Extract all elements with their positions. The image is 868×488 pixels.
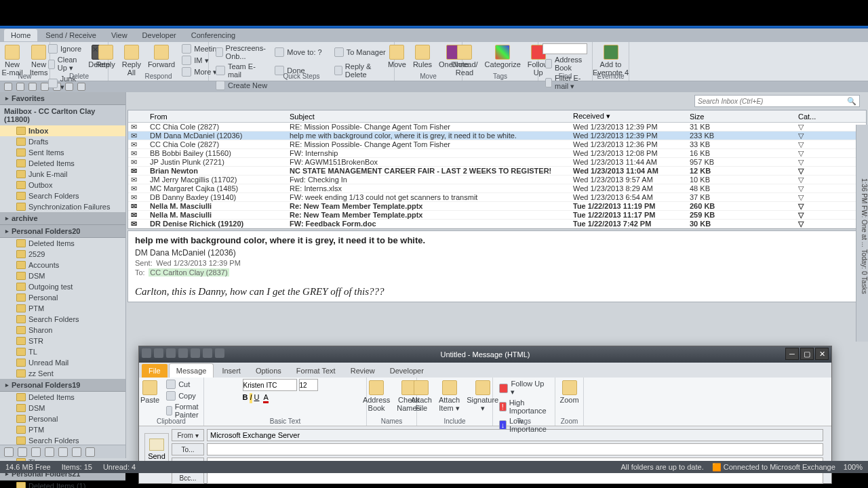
tab-sendreceive[interactable]: Send / Receive (39, 29, 103, 41)
mail-icon[interactable] (4, 447, 14, 457)
underline-icon[interactable]: U (254, 393, 260, 403)
attachfile-button[interactable]: Attach File (408, 379, 435, 414)
nav-item[interactable]: Accounts (0, 260, 125, 270)
tasks-icon[interactable] (45, 447, 54, 457)
from-button[interactable]: From ▾ (172, 429, 204, 441)
compose-qat-icon[interactable] (203, 348, 212, 358)
calendar-icon[interactable] (18, 447, 27, 457)
qs-createnew[interactable]: Create New (213, 80, 271, 91)
ctab-formattext[interactable]: Format Text (290, 364, 342, 378)
mail-row[interactable]: ✉Brian NewtonNC STATE MANAGEMENT CAREER … (128, 167, 866, 176)
to-button[interactable]: To... (172, 443, 204, 455)
ignore-button[interactable]: Ignore (45, 43, 84, 54)
todo-bar[interactable]: 1:36 PM FW: One at ... Today: 0 Tasks (856, 125, 868, 342)
col-size[interactable]: Size (687, 113, 795, 121)
nav-item[interactable]: Personal (0, 413, 125, 424)
contacts-icon[interactable] (31, 447, 41, 457)
notes-icon[interactable] (58, 447, 68, 457)
mail-row[interactable]: ✉JP Justin Plunk (2721)FW: AGWM151Broken… (128, 158, 866, 167)
nav-item[interactable]: Deleted Items (0, 392, 125, 403)
nav-pf19[interactable]: Personal Folders19 (0, 379, 125, 392)
col-categories[interactable]: Cat... (795, 113, 821, 121)
compose-qat-redo-icon[interactable] (178, 348, 188, 358)
tab-conferencing[interactable]: Conferencing (184, 29, 242, 41)
nav-item[interactable]: zz Sent (0, 368, 125, 379)
cut-button[interactable]: Cut (163, 379, 205, 390)
folders-icon[interactable] (72, 447, 81, 457)
status-zoom[interactable]: 100% (844, 463, 863, 471)
col-from[interactable]: From (147, 113, 287, 121)
italic-icon[interactable]: I (250, 393, 252, 403)
nav-item[interactable]: Deleted Items (1) (0, 481, 125, 488)
nav-item[interactable]: Search Folders (0, 314, 125, 325)
compose-qat-icon[interactable] (142, 348, 151, 358)
compose-qat-icon[interactable] (215, 348, 224, 358)
nav-item[interactable]: STR (0, 336, 125, 346)
attachitem-button[interactable]: Attach Item ▾ (436, 379, 462, 414)
move-button[interactable]: Move (385, 43, 409, 70)
cleanup-button[interactable]: Clean Up ▾ (45, 55, 84, 73)
mail-row[interactable]: ✉CC Chia Cole (2827)RE: Mission Possible… (128, 123, 866, 131)
qs-prescreens[interactable]: Prescreens-Onb... (213, 43, 271, 61)
nav-favorites[interactable]: Favorites (0, 92, 125, 105)
nav-item[interactable]: 2529 (0, 249, 125, 260)
minimize-button[interactable]: ─ (785, 348, 799, 360)
fontcolor-icon[interactable]: A (263, 393, 268, 403)
nav-item[interactable]: Deleted Items (0, 158, 125, 169)
mail-row[interactable]: ✉BB Bobbi Bailey (11560)FW: InternshipWe… (128, 149, 866, 158)
fontsize-select[interactable] (299, 379, 318, 391)
nav-item[interactable]: Drafts (0, 136, 125, 147)
nav-item[interactable]: Sent Items (0, 147, 125, 158)
compose-qat-undo-icon[interactable] (166, 348, 176, 358)
nav-item[interactable]: DSM (0, 403, 125, 413)
ctab-developer[interactable]: Developer (383, 364, 431, 378)
paste-button[interactable]: Paste (138, 379, 162, 420)
nav-item[interactable]: Inbox (0, 125, 125, 136)
nav-item[interactable]: Junk E-mail (0, 169, 125, 180)
ctab-options[interactable]: Options (249, 364, 288, 378)
tab-developer[interactable]: Developer (136, 29, 183, 41)
search-box[interactable]: 🔍 (694, 95, 860, 107)
nav-item[interactable]: DSM (0, 270, 125, 281)
mail-row[interactable]: ✉DR Denise Richick (19120)FW: Feedback F… (128, 220, 866, 228)
maximize-button[interactable]: ▢ (800, 348, 814, 360)
search-input[interactable] (698, 98, 847, 105)
qat-icon[interactable] (16, 83, 24, 91)
followup-button2[interactable]: Follow Up ▾ (496, 379, 551, 397)
nav-item[interactable]: Personal (0, 292, 125, 303)
nav-item[interactable]: Unread Mail (0, 357, 125, 368)
ctab-review[interactable]: Review (344, 364, 382, 378)
addressbook-button[interactable]: Address Book (542, 55, 588, 73)
search-icon[interactable]: 🔍 (847, 97, 856, 106)
ctab-insert[interactable]: Insert (215, 364, 248, 378)
nav-item[interactable]: Sharon (0, 325, 125, 336)
nav-archive[interactable]: archive (0, 212, 125, 225)
bcc-field[interactable] (207, 472, 823, 484)
tab-home[interactable]: Home (4, 29, 37, 41)
highimportance-button[interactable]: !High Importance (496, 398, 551, 415)
bold-icon[interactable]: B (243, 393, 248, 403)
font-select[interactable] (243, 379, 297, 391)
nav-item[interactable]: Outbox (0, 180, 125, 190)
close-button[interactable]: ✕ (815, 348, 829, 360)
to-field[interactable] (207, 443, 823, 455)
compose-qat-icon[interactable] (191, 348, 200, 358)
tab-view[interactable]: View (104, 29, 134, 41)
shortcuts-icon[interactable] (85, 447, 95, 457)
ctab-file[interactable]: File (142, 364, 167, 378)
mail-row[interactable]: ✉JM Jerry Macgillis (11702)Fwd: Checking… (128, 176, 866, 184)
find-contact-input[interactable] (542, 43, 587, 54)
ctab-message[interactable]: Message (169, 363, 214, 378)
nav-mailbox[interactable]: Mailbox - CC Carlton Clay (11800) (0, 105, 125, 125)
nav-pf20[interactable]: Personal Folders20 (0, 225, 125, 238)
nav-item[interactable]: PTM (0, 303, 125, 314)
nav-item[interactable]: Deleted Items (0, 238, 125, 249)
compose-qat-save-icon[interactable] (154, 348, 163, 358)
qs-tomanager[interactable]: To Manager (332, 43, 390, 61)
bcc-button[interactable]: Bcc... (172, 472, 204, 484)
mail-row[interactable]: ✉Nella M. MasciulliRe: New Team Member T… (128, 202, 866, 211)
mail-row[interactable]: ✉Nella M. MasciulliRe: New Team Member T… (128, 211, 866, 220)
nav-item[interactable]: Synchronization Failures (0, 201, 125, 212)
nav-item[interactable]: Outgoing test (0, 281, 125, 292)
qat-icon[interactable] (28, 83, 37, 91)
